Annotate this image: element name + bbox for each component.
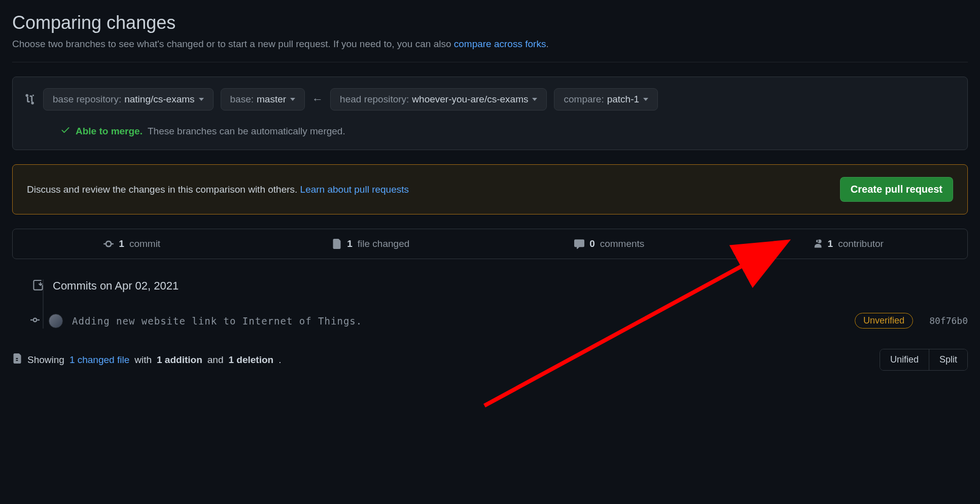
repo-push-icon [32,280,44,293]
caret-down-icon [290,98,295,101]
merge-status: Able to merge. These branches can be aut… [60,125,955,137]
additions-text: 1 addition [157,354,202,366]
commit-icon [30,315,40,326]
subtitle-text: Choose two branches to see what's change… [12,39,454,49]
merge-msg-text: These branches can be automatically merg… [148,126,345,137]
commits-timeline: Commits on Apr 02, 2021 Adding new websi… [12,279,968,329]
unverified-badge[interactable]: Unverified [855,313,913,329]
footer-row: Showing 1 changed file with 1 addition a… [12,349,968,371]
contributors-count: 1 [828,238,833,249]
page-title: Comparing changes [12,12,968,33]
create-pr-button[interactable]: Create pull request [840,177,953,202]
stat-comments[interactable]: 0 comments [490,229,729,259]
stat-contributors[interactable]: 1 contributor [729,229,968,259]
caret-down-icon [643,98,648,101]
files-count: 1 [347,238,353,249]
diff-summary: Showing 1 changed file with 1 addition a… [12,353,281,366]
contributors-label: contributor [838,238,884,249]
commits-count: 1 [119,238,124,249]
head-repo-value: whoever-you-are/cs-exams [412,94,528,105]
and-text: and [207,354,224,366]
commit-row: Adding new website link to Internet of T… [32,313,968,329]
commit-message[interactable]: Adding new website link to Internet of T… [72,315,846,327]
stat-commits[interactable]: 1 commit [13,229,252,259]
base-value: master [257,94,286,105]
merge-able-text: Able to merge. [76,126,143,137]
stat-files[interactable]: 1 file changed [252,229,491,259]
avatar[interactable] [49,314,63,328]
base-repo-label: base repository: [53,94,121,105]
branch-selector-row: base repository: nating/cs-exams base: m… [25,88,955,111]
compare-value: patch-1 [607,94,639,105]
period: . [278,354,281,366]
compare-branch-dropdown[interactable]: compare: patch-1 [554,88,658,111]
head-repo-label: head repository: [340,94,409,105]
commit-date-row: Commits on Apr 02, 2021 [32,279,968,293]
discuss-text: Discuss and review the changes in this c… [27,184,409,195]
stats-box: 1 commit 1 file changed 0 comments 1 con… [12,229,968,259]
base-branch-dropdown[interactable]: base: master [221,88,305,111]
base-repo-value: nating/cs-exams [124,94,194,105]
caret-down-icon [532,98,537,101]
discuss-prefix: Discuss and review the changes in this c… [27,184,300,195]
with-text: with [134,354,152,366]
base-label: base: [230,94,254,105]
subtitle-suffix: . [546,39,548,49]
commits-label: commit [129,238,160,249]
files-label: file changed [358,238,409,249]
deletions-text: 1 deletion [228,354,273,366]
divider [12,62,968,62]
base-repo-dropdown[interactable]: base repository: nating/cs-exams [43,88,214,111]
unified-button[interactable]: Unified [880,349,929,370]
compare-forks-link[interactable]: compare across forks [454,39,546,49]
git-compare-icon [25,93,36,106]
arrow-left-icon: ← [312,93,323,106]
svg-point-0 [33,318,37,322]
file-diff-icon [12,353,22,366]
diff-view-toggle: Unified Split [880,349,968,371]
comments-label: comments [600,238,645,249]
commit-date: Commits on Apr 02, 2021 [53,279,179,293]
showing-text: Showing [27,354,64,366]
commit-sha[interactable]: 80f76b0 [929,315,968,326]
split-button[interactable]: Split [929,349,967,370]
page-subtitle: Choose two branches to see what's change… [12,39,968,50]
compare-label: compare: [564,94,604,105]
check-icon [60,125,71,137]
head-repo-dropdown[interactable]: head repository: whoever-you-are/cs-exam… [330,88,547,111]
changed-files-link[interactable]: 1 changed file [69,354,129,366]
comments-count: 0 [589,238,595,249]
learn-pr-link[interactable]: Learn about pull requests [300,184,409,195]
caret-down-icon [199,98,204,101]
compare-box: base repository: nating/cs-exams base: m… [12,77,968,150]
discuss-box: Discuss and review the changes in this c… [12,164,968,214]
